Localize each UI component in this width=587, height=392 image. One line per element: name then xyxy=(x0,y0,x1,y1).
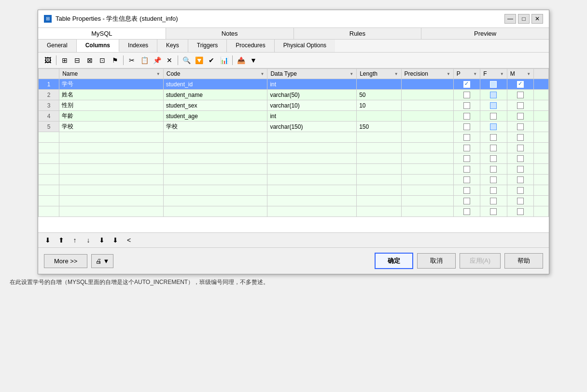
tab-group-rules[interactable]: Rules xyxy=(294,28,422,39)
cell-length[interactable] xyxy=(357,111,401,122)
confirm-button[interactable]: 确定 xyxy=(375,253,413,269)
col-header-precision[interactable]: Precision ▼ xyxy=(401,69,453,79)
checkbox-p[interactable] xyxy=(463,123,470,130)
close-button[interactable]: ✕ xyxy=(531,14,543,24)
checkbox-f[interactable] xyxy=(490,134,497,141)
checkbox-m[interactable] xyxy=(517,92,524,98)
tab-group-notes[interactable]: Notes xyxy=(166,28,294,39)
cell-code[interactable]: student_age xyxy=(163,111,267,122)
cell-type[interactable]: varchar(50) xyxy=(267,90,357,100)
cell-p[interactable] xyxy=(453,100,480,111)
toolbar-btn-insert[interactable]: ⊟ xyxy=(71,54,83,66)
cell-f[interactable] xyxy=(480,111,507,122)
cell-m[interactable] xyxy=(507,100,533,111)
print-dropdown-arrow[interactable]: ▼ xyxy=(103,257,109,265)
cancel-button[interactable]: 取消 xyxy=(417,253,456,269)
nav-btn-down[interactable]: ↓ xyxy=(83,234,94,246)
nav-btn-prev[interactable]: ⬆ xyxy=(56,234,67,246)
cell-precision[interactable] xyxy=(401,100,453,111)
cell-m[interactable] xyxy=(507,122,533,132)
cell-f[interactable] xyxy=(480,100,507,111)
table-row[interactable]: 3 性别 student_sex varchar(10) 10 xyxy=(39,100,549,111)
cell-code[interactable]: student_id xyxy=(163,79,267,90)
columns-table-area[interactable]: Name ▼ Code ▼ Data Type ▼ xyxy=(38,68,549,232)
checkbox-p[interactable] xyxy=(463,134,470,141)
cell-p[interactable] xyxy=(453,90,480,100)
cell-name[interactable]: 学校 xyxy=(59,122,164,132)
cell-type[interactable]: varchar(10) xyxy=(267,100,357,111)
cell-name[interactable]: 年龄 xyxy=(59,111,164,122)
cell-m[interactable] xyxy=(507,111,533,122)
toolbar-btn-check[interactable]: ✔ xyxy=(206,54,217,66)
table-row[interactable]: 4 年龄 student_age int xyxy=(39,111,549,122)
checkbox-m[interactable] xyxy=(517,102,524,109)
cell-p[interactable] xyxy=(453,79,480,90)
nav-btn-first[interactable]: ⬇ xyxy=(42,234,54,246)
cell-m[interactable] xyxy=(507,90,533,100)
tab-indexes[interactable]: Indexes xyxy=(119,40,157,52)
toolbar-btn-cut[interactable]: ✂ xyxy=(126,54,138,66)
cell-length[interactable]: 50 xyxy=(357,90,401,100)
col-header-name[interactable]: Name ▼ xyxy=(59,69,164,79)
table-row[interactable]: 1 学号 student_id int xyxy=(39,79,549,90)
cell-code[interactable]: student_sex xyxy=(163,100,267,111)
cell-type[interactable]: int xyxy=(267,111,357,122)
toolbar-btn-delete2[interactable]: ✕ xyxy=(164,54,175,66)
cell-length[interactable]: 150 xyxy=(357,122,401,132)
cell-precision[interactable] xyxy=(401,79,453,90)
nav-btn-last[interactable]: ⬇ xyxy=(96,234,108,246)
checkbox-f[interactable] xyxy=(490,81,497,88)
cell-f[interactable] xyxy=(480,122,507,132)
cell-name[interactable]: 性别 xyxy=(59,100,164,111)
more-button[interactable]: More >> xyxy=(44,254,87,268)
cell-code[interactable]: student_name xyxy=(163,90,267,100)
cell-p[interactable] xyxy=(453,122,480,132)
help-button[interactable]: 帮助 xyxy=(504,253,543,269)
tab-keys[interactable]: Keys xyxy=(157,40,188,52)
cell-f[interactable] xyxy=(480,79,507,90)
nav-btn-collapse[interactable]: < xyxy=(123,234,135,246)
tab-general[interactable]: General xyxy=(38,40,77,52)
tab-columns[interactable]: Columns xyxy=(77,40,119,52)
checkbox-f[interactable] xyxy=(490,113,497,120)
toolbar-btn-duplicate[interactable]: ⊡ xyxy=(97,54,108,66)
cell-p[interactable] xyxy=(453,111,480,122)
checkbox-m[interactable] xyxy=(517,134,524,141)
toolbar-btn-filter[interactable]: 🔽 xyxy=(193,54,205,66)
checkbox-f[interactable] xyxy=(490,123,497,130)
tab-group-mysql[interactable]: MySQL xyxy=(38,28,166,39)
cell-length[interactable]: 10 xyxy=(357,100,401,111)
cell-m[interactable] xyxy=(507,79,533,90)
table-row[interactable]: 2 姓名 student_name varchar(50) 50 xyxy=(39,90,549,100)
toolbar-btn-delete[interactable]: ⊠ xyxy=(84,54,96,66)
col-header-m[interactable]: M ▼ xyxy=(507,69,533,79)
col-header-f[interactable]: F ▼ xyxy=(480,69,507,79)
checkbox-f[interactable] xyxy=(490,92,497,98)
toolbar-btn-grid[interactable]: 📊 xyxy=(218,54,230,66)
cell-type[interactable]: varchar(150) xyxy=(267,122,357,132)
checkbox-p[interactable] xyxy=(463,81,470,88)
cell-name[interactable]: 姓名 xyxy=(59,90,164,100)
cell-name[interactable]: 学号 xyxy=(59,79,164,90)
cell-f[interactable] xyxy=(480,90,507,100)
toolbar-btn-export[interactable]: 📤 xyxy=(235,54,247,66)
checkbox-m[interactable] xyxy=(517,113,524,120)
cell-precision[interactable] xyxy=(401,111,453,122)
toolbar-btn-flag[interactable]: ⚑ xyxy=(109,54,121,66)
cell-type[interactable]: int xyxy=(267,79,357,90)
col-header-type[interactable]: Data Type ▼ xyxy=(267,69,357,79)
toolbar-btn-view[interactable]: 🖼 xyxy=(42,54,54,66)
toolbar-btn-more[interactable]: ▼ xyxy=(248,54,259,66)
checkbox-m[interactable] xyxy=(517,123,524,130)
cell-precision[interactable] xyxy=(401,122,453,132)
print-button[interactable]: 🖨 ▼ xyxy=(91,254,113,268)
col-header-length[interactable]: Length ▼ xyxy=(357,69,401,79)
table-row[interactable]: 5 学校 学校 varchar(150) 150 xyxy=(39,122,549,132)
minimize-button[interactable]: — xyxy=(504,14,516,24)
maximize-button[interactable]: □ xyxy=(518,14,530,24)
cell-length[interactable] xyxy=(357,79,401,90)
checkbox-p[interactable] xyxy=(463,102,470,109)
tab-physical-options[interactable]: Physical Options xyxy=(275,40,335,52)
toolbar-btn-add[interactable]: ⊞ xyxy=(59,54,70,66)
cell-precision[interactable] xyxy=(401,90,453,100)
